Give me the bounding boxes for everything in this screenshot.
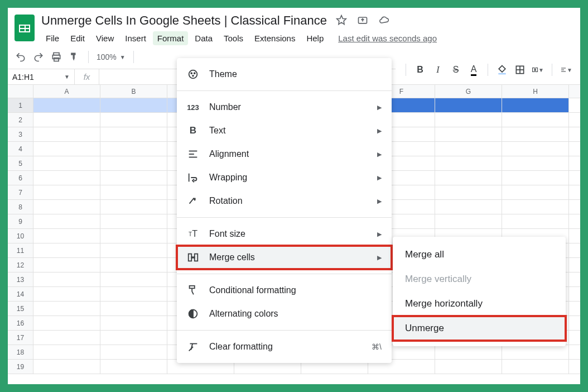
row-header[interactable]: 13: [8, 273, 33, 286]
menu-format[interactable]: Format: [153, 31, 189, 45]
cell[interactable]: [502, 360, 569, 374]
cell[interactable]: [33, 127, 100, 141]
cell[interactable]: [435, 113, 502, 127]
star-icon[interactable]: [336, 15, 347, 27]
cell[interactable]: [33, 345, 100, 359]
cell[interactable]: [502, 142, 569, 156]
cell[interactable]: [33, 142, 100, 156]
cell[interactable]: [33, 287, 100, 301]
menu-edit[interactable]: Edit: [66, 31, 89, 45]
menu-extensions[interactable]: Extensions: [250, 31, 300, 45]
row-header[interactable]: 5: [8, 156, 33, 170]
cell[interactable]: [502, 113, 569, 127]
cell[interactable]: [435, 142, 502, 156]
cell[interactable]: [33, 229, 100, 243]
menu-view[interactable]: View: [91, 31, 118, 45]
menu-help[interactable]: Help: [302, 31, 328, 45]
cell[interactable]: [502, 345, 569, 359]
cell[interactable]: [100, 200, 167, 214]
format-font-size[interactable]: TT Font size▶: [177, 222, 392, 246]
borders-button[interactable]: [514, 64, 526, 76]
format-rotation[interactable]: Rotation▶: [177, 189, 392, 213]
cell[interactable]: [33, 113, 100, 127]
format-conditional[interactable]: Conditional formatting: [177, 279, 392, 302]
merge-all[interactable]: Merge all: [393, 242, 566, 267]
merge-horizontally[interactable]: Merge horizontally: [393, 291, 566, 316]
cell[interactable]: [33, 273, 100, 286]
row-header[interactable]: 2: [8, 113, 33, 127]
column-header[interactable]: A: [33, 85, 100, 98]
cell[interactable]: [435, 200, 502, 214]
cell[interactable]: [33, 200, 100, 214]
cell[interactable]: [100, 113, 167, 127]
cell[interactable]: [502, 156, 569, 170]
row-header[interactable]: 14: [8, 287, 33, 301]
row-header[interactable]: 4: [8, 142, 33, 156]
row-header[interactable]: 10: [8, 229, 33, 243]
cell[interactable]: [100, 185, 167, 199]
cell[interactable]: [502, 98, 569, 112]
cell[interactable]: [100, 156, 167, 170]
align-button[interactable]: ▼: [560, 64, 572, 76]
fill-color-button[interactable]: [496, 64, 508, 76]
cell[interactable]: [100, 98, 167, 112]
cell[interactable]: [33, 185, 100, 199]
cell[interactable]: [33, 331, 100, 345]
cell[interactable]: [502, 171, 569, 185]
cell[interactable]: [100, 243, 167, 257]
cell[interactable]: [33, 98, 100, 112]
name-box[interactable]: A1:H1▼: [8, 69, 75, 84]
strikethrough-button[interactable]: S: [450, 64, 462, 76]
cell[interactable]: [100, 316, 167, 330]
row-header[interactable]: 1: [8, 98, 33, 112]
cell[interactable]: [33, 258, 100, 272]
cloud-status-icon[interactable]: [378, 15, 389, 27]
row-header[interactable]: 3: [8, 127, 33, 141]
cell[interactable]: [435, 185, 502, 199]
cell[interactable]: [33, 302, 100, 315]
cell[interactable]: [100, 345, 167, 359]
menu-file[interactable]: File: [41, 31, 64, 45]
cell[interactable]: [435, 156, 502, 170]
format-text[interactable]: B Text▶: [177, 119, 392, 142]
select-all-corner[interactable]: [8, 85, 33, 98]
cell[interactable]: [100, 258, 167, 272]
format-clear[interactable]: Clear formatting⌘\: [177, 335, 392, 358]
paint-format-button[interactable]: [68, 51, 80, 63]
print-button[interactable]: [50, 51, 62, 63]
merge-toolbar-button[interactable]: ▼: [532, 64, 544, 76]
unmerge[interactable]: Unmerge: [393, 316, 566, 341]
undo-button[interactable]: [15, 51, 27, 63]
cell[interactable]: [100, 273, 167, 286]
text-color-button[interactable]: A: [467, 64, 480, 76]
cell[interactable]: [100, 171, 167, 185]
row-header[interactable]: 15: [8, 302, 33, 315]
cell[interactable]: [100, 229, 167, 243]
row-header[interactable]: 17: [8, 331, 33, 345]
cell[interactable]: [100, 214, 167, 228]
cell[interactable]: [100, 127, 167, 141]
cell[interactable]: [435, 127, 502, 141]
cell[interactable]: [435, 360, 502, 374]
cell[interactable]: [502, 214, 569, 228]
cell[interactable]: [33, 214, 100, 228]
format-theme[interactable]: Theme: [177, 63, 392, 86]
redo-button[interactable]: [32, 51, 45, 63]
cell[interactable]: [435, 345, 502, 359]
italic-button[interactable]: I: [432, 64, 444, 76]
cell[interactable]: [502, 200, 569, 214]
document-title[interactable]: Unmerge Cells In Google Sheets | Classic…: [41, 12, 327, 29]
cell[interactable]: [502, 185, 569, 199]
cell[interactable]: [502, 127, 569, 141]
row-header[interactable]: 9: [8, 214, 33, 228]
cell[interactable]: [100, 360, 167, 374]
cell[interactable]: [435, 98, 502, 112]
zoom-select[interactable]: 100% ▼: [97, 52, 126, 61]
row-header[interactable]: 6: [8, 171, 33, 185]
menu-tools[interactable]: Tools: [219, 31, 248, 45]
format-wrapping[interactable]: Wrapping▶: [177, 166, 392, 189]
last-edit-link[interactable]: Last edit was seconds ago: [338, 34, 437, 43]
row-header[interactable]: 7: [8, 185, 33, 199]
format-number[interactable]: 123 Number▶: [177, 95, 392, 119]
menu-data[interactable]: Data: [190, 31, 217, 45]
